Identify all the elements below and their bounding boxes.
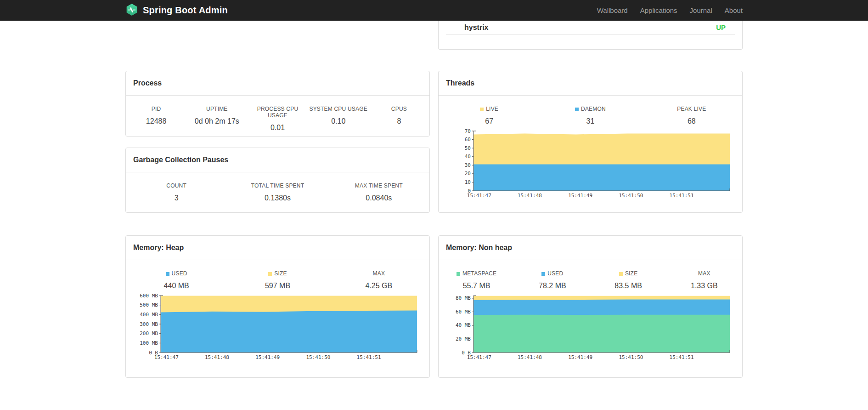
legend-item-peak-live: PEAK LIVE 68: [641, 106, 742, 125]
gc-metrics: COUNT 3 TOTAL TIME SPENT 0.1380s MAX TIM…: [126, 172, 429, 202]
metric-gc-max-time: MAX TIME SPENT 0.0840s: [328, 182, 429, 202]
memory-heap-legend: USED 440 MB SIZE 597 MB MAX 4.25 GB: [126, 260, 429, 290]
application-row[interactable]: hystrix UP: [446, 21, 735, 34]
main-content: Process PID 12488 UPTIME 0d 0h 2m 17s PR…: [125, 21, 743, 378]
legend-label: PEAK LIVE: [641, 106, 742, 112]
legend-label: METASPACE: [439, 270, 514, 277]
legend-item-metaspace: METASPACE 55.7 MB: [439, 270, 514, 290]
memory-nonheap-title: Memory: Non heap: [439, 236, 742, 260]
memory-nonheap-legend: METASPACE 55.7 MB USED 78.2 MB SIZE 83.5…: [439, 260, 742, 290]
metaspace-swatch-icon: [457, 272, 460, 276]
legend-value: 1.33 GB: [666, 282, 742, 290]
size-swatch-icon: [619, 272, 623, 276]
svg-text:15:41:49: 15:41:49: [255, 354, 280, 360]
gc-pauses-panel: Garbage Collection Pauses COUNT 3 TOTAL …: [125, 148, 430, 213]
process-panel-title: Process: [126, 71, 429, 96]
legend-value: 31: [540, 117, 641, 125]
memory-heap-chart: 0 B100 MB200 MB300 MB400 MB500 MB600 MB1…: [135, 293, 429, 364]
svg-text:15:41:47: 15:41:47: [467, 354, 491, 360]
legend-label-text: MAX: [698, 270, 710, 277]
metric-gc-total-time: TOTAL TIME SPENT 0.1380s: [227, 182, 328, 202]
legend-label: LIVE: [439, 106, 540, 112]
svg-text:15:41:48: 15:41:48: [518, 354, 542, 360]
used-swatch-icon: [166, 272, 169, 276]
spring-boot-admin-logo-icon: [125, 3, 138, 18]
legend-value: 4.25 GB: [328, 282, 429, 290]
application-name[interactable]: hystrix: [464, 23, 488, 32]
svg-text:30: 30: [465, 162, 471, 168]
legend-label: DAEMON: [540, 106, 641, 112]
svg-text:70: 70: [465, 128, 471, 134]
legend-item-size: SIZE 83.5 MB: [591, 270, 666, 290]
legend-label-text: PEAK LIVE: [677, 106, 706, 112]
metric-value: 0.01: [247, 124, 308, 132]
svg-text:80 MB: 80 MB: [456, 295, 471, 301]
metric-value: 0.1380s: [227, 194, 328, 202]
daemon-swatch-icon: [575, 108, 579, 111]
memory-nonheap-panel: Memory: Non heap METASPACE 55.7 MB USED …: [438, 235, 743, 378]
svg-text:50: 50: [465, 145, 471, 151]
svg-text:15:41:50: 15:41:50: [619, 354, 643, 360]
legend-label: USED: [514, 270, 590, 277]
legend-value: 597 MB: [227, 282, 328, 290]
app-title: Spring Boot Admin: [143, 5, 228, 16]
legend-label: MAX: [666, 270, 742, 277]
legend-value: 440 MB: [126, 282, 227, 290]
app-brand[interactable]: Spring Boot Admin: [125, 3, 228, 18]
svg-text:100 MB: 100 MB: [140, 340, 158, 346]
svg-text:15:41:47: 15:41:47: [154, 354, 179, 360]
svg-text:500 MB: 500 MB: [140, 302, 158, 308]
legend-label-text: SIZE: [274, 270, 287, 277]
svg-text:300 MB: 300 MB: [140, 321, 158, 327]
navbar: Spring Boot Admin Wallboard Applications…: [0, 0, 868, 21]
metric-label: MAX TIME SPENT: [328, 182, 429, 189]
metric-value: 12488: [126, 117, 186, 125]
threads-chart: 01020304050607015:41:4715:41:4815:41:491…: [448, 128, 742, 202]
right-column: hystrix UP Threads LIVE 67 DAEMON 31 PEA…: [438, 21, 743, 378]
metric-label: SYSTEM CPU USAGE: [308, 106, 369, 112]
legend-value: 83.5 MB: [591, 282, 666, 290]
metric-value: 3: [126, 194, 227, 202]
legend-label: USED: [126, 270, 227, 277]
left-column: Process PID 12488 UPTIME 0d 0h 2m 17s PR…: [125, 21, 430, 378]
metric-gc-count: COUNT 3: [126, 182, 227, 202]
legend-label: SIZE: [591, 270, 666, 277]
legend-label: SIZE: [227, 270, 328, 277]
svg-text:15:41:51: 15:41:51: [670, 193, 694, 199]
legend-item-used: USED 440 MB: [126, 270, 227, 290]
svg-text:40: 40: [465, 154, 471, 159]
legend-item-size: SIZE 597 MB: [227, 270, 328, 290]
application-status-badge: UP: [716, 23, 726, 31]
legend-label-text: MAX: [373, 270, 385, 277]
nav-link-journal[interactable]: Journal: [690, 6, 712, 14]
legend-item-max: MAX 4.25 GB: [328, 270, 429, 290]
size-swatch-icon: [268, 272, 272, 276]
legend-label-text: USED: [172, 270, 187, 277]
svg-text:15:41:48: 15:41:48: [205, 354, 229, 360]
svg-text:20: 20: [465, 171, 471, 177]
metric-value: 0d 0h 2m 17s: [186, 117, 247, 125]
svg-text:15:41:50: 15:41:50: [306, 354, 330, 360]
nav-link-about[interactable]: About: [725, 6, 743, 14]
svg-text:20 MB: 20 MB: [456, 336, 471, 342]
legend-item-used: USED 78.2 MB: [514, 270, 590, 290]
nav-link-wallboard[interactable]: Wallboard: [597, 6, 628, 14]
legend-value: 68: [641, 117, 742, 125]
threads-legend: LIVE 67 DAEMON 31 PEAK LIVE 68: [439, 96, 742, 125]
gc-panel-title: Garbage Collection Pauses: [126, 148, 429, 172]
legend-value: 67: [439, 117, 540, 125]
process-metrics: PID 12488 UPTIME 0d 0h 2m 17s PROCESS CP…: [126, 96, 429, 132]
nav-link-applications[interactable]: Applications: [640, 6, 677, 14]
memory-heap-title: Memory: Heap: [126, 236, 429, 260]
svg-text:15:41:51: 15:41:51: [357, 354, 381, 360]
metric-system-cpu-usage: SYSTEM CPU USAGE 0.10: [308, 106, 369, 132]
svg-text:15:41:49: 15:41:49: [568, 354, 592, 360]
metric-value: 8: [369, 117, 429, 125]
metric-uptime: UPTIME 0d 0h 2m 17s: [186, 106, 247, 132]
legend-label-text: METASPACE: [462, 270, 496, 277]
metric-cpus: CPUS 8: [369, 106, 429, 132]
legend-value: 55.7 MB: [439, 282, 514, 290]
process-panel: Process PID 12488 UPTIME 0d 0h 2m 17s PR…: [125, 71, 430, 137]
legend-label-text: LIVE: [486, 106, 498, 112]
svg-text:15:41:49: 15:41:49: [568, 193, 592, 199]
